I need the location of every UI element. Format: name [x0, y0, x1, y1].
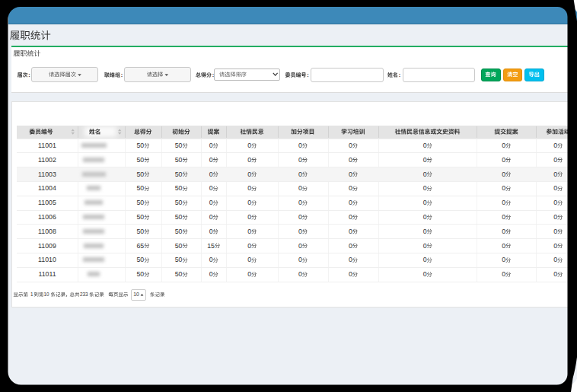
svg-text:50: 50 [136, 142, 144, 149]
svg-text:0: 0 [298, 142, 302, 149]
svg-text:0: 0 [349, 171, 352, 178]
svg-text:0: 0 [502, 256, 505, 263]
svg-text:0: 0 [502, 199, 505, 206]
svg-text:0: 0 [349, 228, 352, 235]
svg-text:0: 0 [349, 256, 352, 263]
svg-text:0: 0 [298, 213, 302, 221]
svg-text:0: 0 [247, 213, 251, 221]
svg-text:0: 0 [247, 171, 251, 178]
svg-text:50: 50 [136, 213, 144, 221]
svg-text:0: 0 [423, 184, 427, 192]
svg-text:50: 50 [136, 270, 144, 278]
svg-text:0: 0 [247, 270, 251, 278]
svg-text:50: 50 [136, 184, 144, 192]
svg-text:0: 0 [298, 270, 302, 278]
svg-text:0: 0 [209, 184, 213, 192]
svg-text:50: 50 [175, 228, 183, 235]
svg-text:10: 10 [133, 292, 139, 297]
svg-text:50: 50 [136, 171, 144, 178]
svg-text:0: 0 [553, 256, 557, 263]
svg-text:0: 0 [423, 171, 427, 178]
svg-text:0: 0 [553, 213, 557, 221]
svg-text:0: 0 [349, 184, 352, 192]
svg-text:0: 0 [298, 156, 302, 164]
svg-text:0: 0 [553, 242, 557, 250]
svg-text:0: 0 [298, 199, 302, 206]
svg-text:0: 0 [247, 156, 251, 164]
svg-text::: : [121, 72, 123, 78]
svg-text:0: 0 [502, 228, 505, 235]
svg-text:50: 50 [175, 213, 183, 221]
svg-text:0: 0 [247, 228, 251, 235]
svg-text:0: 0 [247, 199, 251, 206]
svg-text::: : [212, 72, 214, 78]
svg-text:0: 0 [298, 228, 302, 235]
svg-text:11003: 11003 [38, 171, 56, 178]
svg-text:11005: 11005 [38, 199, 56, 206]
svg-text:0: 0 [553, 156, 557, 164]
svg-text:0: 0 [553, 184, 557, 192]
svg-text:50: 50 [136, 199, 144, 206]
svg-text::: : [28, 72, 30, 78]
svg-text:0: 0 [502, 171, 505, 178]
svg-text:0: 0 [209, 256, 213, 263]
svg-text:0: 0 [553, 142, 557, 149]
svg-text:0: 0 [209, 199, 213, 206]
svg-text:11006: 11006 [38, 213, 56, 221]
svg-text:0: 0 [298, 184, 302, 192]
svg-text:50: 50 [175, 242, 183, 250]
svg-text:11001: 11001 [38, 142, 56, 149]
svg-text:50: 50 [175, 199, 183, 206]
svg-text:50: 50 [175, 184, 183, 192]
svg-text:0: 0 [423, 270, 427, 278]
svg-text:0: 0 [502, 213, 505, 221]
svg-text:50: 50 [136, 256, 144, 263]
svg-text:50: 50 [175, 156, 183, 164]
svg-text:0: 0 [209, 228, 213, 235]
svg-text:11004: 11004 [38, 184, 56, 192]
svg-text:1: 1 [30, 292, 33, 297]
svg-text:0: 0 [349, 213, 352, 221]
svg-text:50: 50 [175, 142, 183, 149]
svg-text:0: 0 [209, 270, 213, 278]
svg-text:0: 0 [423, 242, 427, 250]
svg-text:0: 0 [247, 256, 251, 263]
svg-text:0: 0 [247, 184, 251, 192]
svg-text:0: 0 [553, 270, 557, 278]
svg-text:0: 0 [349, 199, 352, 206]
svg-text:0: 0 [298, 242, 302, 250]
svg-text:50: 50 [175, 171, 183, 178]
svg-text:0: 0 [423, 213, 427, 221]
svg-text:0: 0 [502, 184, 505, 192]
svg-text:0: 0 [553, 228, 557, 235]
svg-text:11002: 11002 [38, 156, 56, 164]
svg-text:0: 0 [209, 213, 213, 221]
svg-text:0: 0 [502, 270, 505, 278]
svg-text:0: 0 [247, 142, 251, 149]
svg-text:0: 0 [349, 270, 352, 278]
svg-text:0: 0 [423, 256, 427, 263]
svg-text:10: 10 [44, 292, 50, 297]
svg-text:50: 50 [136, 228, 144, 235]
svg-text:50: 50 [175, 256, 183, 263]
svg-text:50: 50 [175, 270, 183, 278]
svg-text:0: 0 [247, 242, 251, 250]
svg-text:0: 0 [502, 156, 505, 164]
svg-text:0: 0 [209, 142, 213, 149]
svg-text:15: 15 [207, 242, 215, 250]
svg-text:11011: 11011 [38, 270, 56, 278]
svg-text:65: 65 [136, 242, 144, 250]
svg-text:0: 0 [423, 142, 427, 149]
svg-text:0: 0 [298, 256, 302, 263]
svg-text:0: 0 [298, 171, 302, 178]
svg-text:0: 0 [502, 142, 505, 149]
svg-text:11010: 11010 [38, 256, 56, 263]
svg-text:0: 0 [502, 242, 505, 250]
svg-text:0: 0 [553, 199, 557, 206]
svg-text:0: 0 [209, 171, 213, 178]
svg-text:11009: 11009 [38, 242, 56, 250]
svg-text::: : [399, 72, 400, 78]
svg-text:0: 0 [553, 171, 557, 178]
svg-text:0: 0 [349, 142, 352, 149]
svg-text:233: 233 [80, 292, 88, 297]
